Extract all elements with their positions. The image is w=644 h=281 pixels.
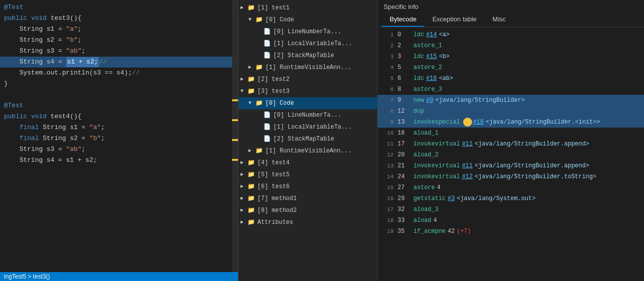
- tab-exception-table[interactable]: Exception table: [424, 12, 484, 27]
- tree-item-linenumber2[interactable]: 📄 [0] LineNumberTa...: [239, 109, 377, 121]
- bc-row-14: 14 24 invokevirtual #12 <java/lang/Strin…: [378, 171, 644, 182]
- tree-item-stackmap2[interactable]: 📄 [2] StackMapTable: [239, 133, 377, 145]
- folder-icon: 📁: [255, 146, 263, 156]
- code-line-7: System.out.println(s3 == s4);//: [0, 68, 238, 78]
- tree-arrow: ▶: [241, 217, 247, 227]
- tree-arrow: ▶: [248, 63, 255, 72]
- tree-label: [1] LocalVariableTa...: [273, 122, 352, 132]
- specific-info-header: Specific info: [378, 0, 644, 12]
- tree-item-code-0[interactable]: ▼ 📁 [0] Code: [239, 14, 377, 26]
- tree-panel: ▶ 📁 [1] test1 ▼ 📁 [0] Code 📄 [0] LineNum…: [239, 0, 378, 281]
- tree-item-localvar[interactable]: 📄 [1] LocalVariableTa...: [239, 38, 377, 50]
- folder-icon: 📁: [255, 15, 263, 25]
- tabs-bar: Bytecode Exception table Misc: [378, 12, 644, 27]
- tree-label: [6] test6: [257, 182, 290, 192]
- tree-label: [0] Code: [265, 15, 294, 25]
- bc-row-5: 5 6 ldc #16 <ab>: [378, 73, 644, 84]
- tree-item-test6[interactable]: ▶ 📁 [6] test6: [239, 181, 377, 193]
- tree-item-runtime1[interactable]: ▶ 📁 [1] RuntimeVisibleAnn...: [239, 62, 377, 73]
- tree-label: [0] Code: [265, 98, 294, 108]
- tree-arrow: ▼: [241, 86, 247, 96]
- bc-row-19: 19 35 if_acmpne 42 (+7): [378, 226, 644, 237]
- tab-misc[interactable]: Misc: [484, 12, 514, 27]
- bc-row-12: 12 20 aload_2: [378, 149, 644, 160]
- tree-item-test4[interactable]: ▶ 📁 [4] test4: [239, 157, 377, 169]
- scroll-mark: [232, 99, 238, 101]
- tree-label: [7] method1: [257, 194, 297, 204]
- tree-label: [2] StackMapTable: [273, 134, 334, 144]
- file-icon: 📄: [263, 134, 271, 144]
- bc-row-13: 13 21 invokevirtual #11 <java/lang/Strin…: [378, 160, 644, 171]
- tree-arrow: ▶: [241, 158, 247, 168]
- folder-icon: 📁: [247, 170, 255, 180]
- tree-arrow: ▶: [248, 146, 255, 156]
- code-line-blank: [0, 89, 238, 100]
- bc-row-7: 7 9 new #9 <java/lang/StringBuilder>: [378, 95, 644, 106]
- tree-label: [1] RuntimeVisibleAnn...: [265, 146, 351, 156]
- code-editor-panel: @Test public void test3(){ String s1 = "…: [0, 0, 239, 281]
- bc-row-11: 11 17 invokevirtual #11 <java/lang/Strin…: [378, 139, 644, 149]
- tree-arrow: ▶: [241, 74, 247, 84]
- tree-arrow: ▼: [248, 98, 255, 108]
- code-line-11: final String s1 = "a";: [0, 122, 238, 133]
- file-icon: 📄: [263, 110, 271, 120]
- tree-item-test3[interactable]: ▼ 📁 [3] test3: [239, 85, 377, 97]
- code-line-10: public void test4(){: [0, 111, 238, 122]
- tree-label: [4] test4: [257, 158, 290, 168]
- file-icon: 📄: [263, 39, 271, 49]
- tree-label: [1] test1: [257, 3, 290, 13]
- bc-row-2: 2 2 astore_1: [378, 40, 644, 51]
- bc-row-17: 17 32 aload_3: [378, 204, 644, 215]
- folder-icon: 📁: [247, 182, 255, 192]
- code-line-2: public void test3(){: [0, 13, 238, 24]
- tree-label: [0] LineNumberTa...: [273, 27, 341, 37]
- tree-item-method1[interactable]: ▶ 📁 [7] method1: [239, 193, 377, 205]
- bc-row-3: 3 3 ldc #15 <b>: [378, 51, 644, 62]
- bytecode-content: 1 0 ldc #14 <a> 2 2 astore_1 3 3 ldc #15…: [378, 27, 644, 281]
- tree-label: [8] method2: [257, 206, 297, 215]
- tree-item-runtime2[interactable]: ▶ 📁 [1] RuntimeVisibleAnn...: [239, 145, 377, 157]
- tree-label: [2] StackMapTable: [273, 51, 334, 61]
- code-line-8: }: [0, 78, 238, 89]
- tree-item-linenumber[interactable]: 📄 [0] LineNumberTa...: [239, 26, 377, 38]
- tree-item-test2[interactable]: ▶ 📁 [2] test2: [239, 73, 377, 85]
- file-icon: 📄: [263, 122, 271, 132]
- bc-row-15: 15 27 astore 4: [378, 182, 644, 193]
- code-line-1: @Test: [0, 2, 238, 13]
- bc-row-9: 9 13 invokespecial #10 <java/lang/String…: [378, 117, 644, 128]
- tree-arrow: ▶: [241, 194, 247, 204]
- tree-arrow: ▶: [241, 182, 247, 192]
- tree-label: [5] test5: [257, 170, 290, 180]
- bc-row-6: 6 8 astore_3: [378, 84, 644, 95]
- bc-row-16: 16 29 getstatic #3 <java/lang/System.out…: [378, 193, 644, 204]
- breadcrumb: ingTest5 > test3(): [0, 272, 239, 281]
- folder-icon: 📁: [247, 206, 255, 215]
- bc-row-1: 1 0 ldc #14 <a>: [378, 29, 644, 40]
- annotation-test: @Test: [4, 2, 23, 12]
- scroll-mark-4: [232, 159, 238, 161]
- tree-item-attributes[interactable]: ▶ 📁 Attributes: [239, 216, 377, 228]
- code-line-12: final String s2 = "b";: [0, 133, 238, 144]
- tree-item-localvar2[interactable]: 📄 [1] LocalVariableTa...: [239, 121, 377, 133]
- tab-bytecode[interactable]: Bytecode: [382, 12, 424, 27]
- tree-item-test5[interactable]: ▶ 📁 [5] test5: [239, 169, 377, 181]
- tree-arrow: ▶: [241, 3, 247, 13]
- tree-item-code-selected[interactable]: ▼ 📁 [0] Code: [239, 97, 377, 109]
- tree-item-stackmap[interactable]: 📄 [2] StackMapTable: [239, 50, 377, 62]
- folder-icon: 📁: [255, 63, 263, 72]
- tree-item-method2[interactable]: ▶ 📁 [8] method2: [239, 205, 377, 216]
- tree-label: [1] RuntimeVisibleAnn...: [265, 63, 351, 72]
- tree-item-test1[interactable]: ▶ 📁 [1] test1: [239, 2, 377, 14]
- code-line-5: String s3 = "ab";: [0, 46, 238, 57]
- folder-icon: 📁: [247, 194, 255, 204]
- bc-row-8: 8 12 dup: [378, 106, 644, 117]
- bytecode-panel: Specific info Bytecode Exception table M…: [378, 0, 644, 281]
- yellow-circle-indicator: [463, 118, 472, 127]
- tree-arrow: ▶: [241, 170, 247, 180]
- file-icon: 📄: [263, 51, 271, 61]
- code-line-6: String s4 = s1 + s2;//: [0, 57, 238, 68]
- scroll-mark-2: [232, 119, 238, 121]
- code-line-13: String s3 = "ab";: [0, 144, 238, 155]
- tree-label: [2] test2: [257, 74, 290, 84]
- scrollbar[interactable]: [232, 0, 238, 281]
